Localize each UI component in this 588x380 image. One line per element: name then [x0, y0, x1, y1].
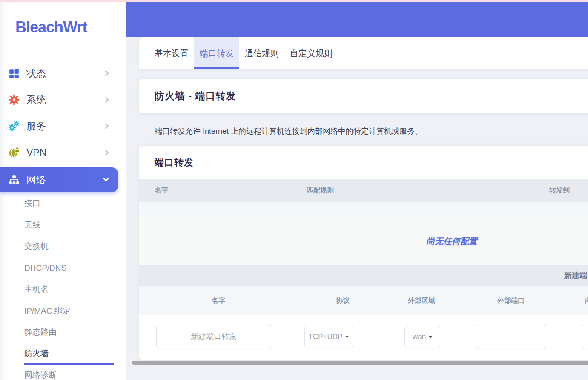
caret-down-icon — [429, 336, 432, 338]
protocol-select-value: TCP+UDP — [309, 333, 343, 341]
sidebar-subitem-firewall[interactable]: 防火墙 — [24, 343, 114, 365]
page-description: 端口转发允许 Internet 上的远程计算机连接到内部网络中的特定计算机或服务… — [155, 126, 422, 136]
add-forward-title-row: 新建端口转发 — [139, 265, 588, 286]
horizontal-scrollbar-thumb[interactable] — [132, 361, 588, 365]
tab-general-settings[interactable]: 基本设置 — [149, 37, 194, 69]
sidebar-item-services[interactable]: 服务 — [0, 113, 118, 139]
column-header-match: 匹配规则 — [307, 186, 334, 195]
sidebar: BleachWrt 状态 — [0, 2, 126, 380]
forwards-table-header: 名字 匹配规则 转发到 — [139, 179, 588, 202]
column-header-forward-to: 转发到 — [549, 186, 570, 195]
empty-state-text: 尚无任何配置 — [426, 235, 477, 247]
tab-label: 端口转发 — [200, 48, 234, 59]
gears-icon — [9, 121, 20, 132]
forwards-table-stripe-row — [139, 202, 588, 216]
new-forward-name-input[interactable] — [156, 324, 271, 349]
column-header-name: 名字 — [155, 186, 168, 195]
add-forward-table-header: 名字 协议 外部区域 外部端口 内部区域 — [139, 286, 588, 315]
sidebar-subitem-switch[interactable]: 交换机 — [24, 236, 49, 257]
add-column-external-port: 外部端口 — [497, 296, 525, 305]
sidebar-item-label: VPN — [26, 147, 46, 158]
dashboard-icon — [9, 68, 20, 79]
top-loading-bar — [0, 0, 588, 2]
tab-custom-rules[interactable]: 自定义规则 — [284, 37, 338, 69]
page-title-card: 防火墙 - 端口转发 — [139, 79, 588, 113]
sidebar-item-label: 系统 — [26, 93, 46, 107]
tab-label: 基本设置 — [155, 48, 189, 59]
caret-down-icon — [345, 336, 349, 338]
app-logo[interactable]: BleachWrt — [15, 18, 87, 36]
globe-lock-icon — [9, 147, 20, 158]
external-port-input[interactable] — [476, 324, 546, 349]
sidebar-item-label: 服务 — [26, 120, 46, 133]
add-column-name: 名字 — [212, 296, 225, 305]
sitemap-icon — [9, 174, 20, 185]
chevron-right-icon — [104, 149, 109, 156]
add-forward-input-row: TCP+UDP wan — [139, 315, 588, 360]
top-header-bar — [126, 2, 588, 37]
add-column-external-zone: 外部区域 — [408, 296, 435, 305]
sidebar-item-vpn[interactable]: VPN — [0, 139, 118, 166]
page-root: BleachWrt 状态 — [0, 0, 588, 380]
sidebar-item-network[interactable]: 网络 — [0, 167, 118, 192]
chevron-right-icon — [104, 122, 109, 130]
chevron-right-icon — [104, 96, 109, 104]
page-title: 防火墙 - 端口转发 — [155, 89, 236, 103]
sidebar-item-label: 网络 — [26, 173, 46, 187]
gear-icon — [9, 94, 20, 105]
sidebar-subitem-ip-mac-binding[interactable]: IP/MAC 绑定 — [24, 300, 71, 322]
section-title-row: 端口转发 — [139, 146, 588, 179]
port-forwards-card: 端口转发 名字 匹配规则 转发到 尚无任何配置 新建端口转发 名字 协议 外部区… — [139, 146, 588, 360]
sidebar-subitem-wireless[interactable]: 无线 — [24, 214, 40, 236]
chevron-right-icon — [104, 69, 109, 77]
sidebar-item-system[interactable]: 系统 — [0, 86, 118, 113]
add-column-protocol: 协议 — [336, 296, 350, 305]
external-zone-select-value: wan — [413, 333, 426, 341]
firewall-tab-bar: 基本设置 端口转发 通信规则 自定义规则 — [139, 37, 588, 69]
sidebar-item-status[interactable]: 状态 — [0, 60, 118, 86]
sidebar-subitem-interfaces[interactable]: 接口 — [24, 193, 40, 214]
tab-label: 通信规则 — [245, 48, 279, 59]
tab-label: 自定义规则 — [290, 48, 333, 59]
add-forward-title: 新建端口转发 — [564, 265, 588, 286]
add-column-internal-zone: 内部区域 — [585, 296, 588, 305]
sidebar-subitem-dhcp-dns[interactable]: DHCP/DNS — [24, 257, 66, 279]
sidebar-subitem-static-routes[interactable]: 静态路由 — [24, 322, 57, 343]
tab-port-forwards[interactable]: 端口转发 — [194, 37, 239, 69]
chevron-down-icon — [103, 177, 109, 182]
external-zone-select[interactable]: wan — [404, 325, 440, 348]
tab-traffic-rules[interactable]: 通信规则 — [239, 37, 284, 69]
sidebar-subitem-diagnostics[interactable]: 网络诊断 — [24, 365, 57, 380]
protocol-select[interactable]: TCP+UDP — [304, 325, 353, 348]
section-title: 端口转发 — [155, 156, 194, 169]
sidebar-subitem-hostnames[interactable]: 主机名 — [24, 279, 49, 300]
forwards-empty-row: 尚无任何配置 — [139, 216, 588, 265]
sidebar-item-label: 状态 — [26, 67, 46, 80]
internal-zone-input[interactable] — [582, 324, 588, 349]
